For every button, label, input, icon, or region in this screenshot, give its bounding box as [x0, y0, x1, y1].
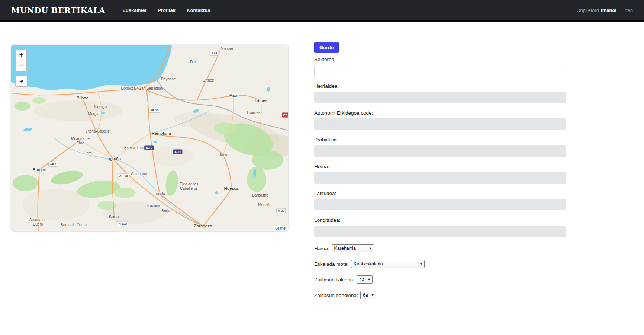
- probintzia-label: Probintzia:: [314, 137, 566, 143]
- zailtasun-handiena-selected-value: 6a: [363, 293, 368, 298]
- sektorea-label: Sektorea:: [314, 57, 566, 62]
- chevron-down-icon: ▼: [367, 278, 371, 281]
- road-shield: A-21: [173, 150, 182, 154]
- road-shield: AP-1: [48, 162, 58, 167]
- brand-logo[interactable]: MUNDU BERTIKALA: [11, 6, 105, 15]
- autonomi-erkidegoa-input: [314, 118, 566, 130]
- harria-selected-value: Kareharria: [334, 246, 356, 251]
- probintzia-input: [314, 145, 566, 157]
- latitudea-input: [314, 199, 566, 210]
- zoom-out-button[interactable]: −: [16, 60, 26, 71]
- sektorea-input[interactable]: [314, 65, 566, 76]
- logout-link[interactable]: Irten: [623, 7, 633, 13]
- road-shield: AP-15: [149, 108, 160, 113]
- zailtasun-handiena-label: Zailtasun handiena:: [314, 293, 358, 298]
- field-group-herria: Herria:: [314, 164, 566, 184]
- zoom-control: + −: [15, 49, 27, 72]
- navbar: MUNDU BERTIKALA Euskalmet Profilak Konta…: [0, 0, 644, 22]
- field-group-probintzia: Probintzia:: [314, 137, 566, 157]
- road-shield: AP-68: [118, 173, 129, 178]
- nav-link-kontaktua[interactable]: Kontaktua: [187, 7, 210, 13]
- herria-label: Herria:: [314, 164, 566, 169]
- field-group-herrialdea: Herrialdea:: [314, 83, 566, 103]
- nav-links: Euskalmet Profilak Kontaktua: [122, 7, 210, 13]
- herrialdea-label: Herrialdea:: [314, 83, 566, 89]
- sector-form: Gorde Sektorea: Herrialdea: Autonomi Erk…: [314, 42, 566, 307]
- chevron-down-icon: ▼: [371, 293, 374, 297]
- road-shield: E7: [282, 113, 288, 118]
- road-shield: A-12: [144, 146, 154, 150]
- nav-link-euskalmet[interactable]: Euskalmet: [122, 7, 146, 13]
- location-arrow-icon: ➤: [18, 77, 25, 85]
- zailtasun-txikiena-select[interactable]: 4a ▼: [357, 275, 373, 284]
- field-group-longitudea: Longitudea:: [314, 217, 566, 237]
- field-group-sektorea: Sektorea:: [314, 57, 566, 76]
- navbar-right: Ongi etorri Imanol Irten: [576, 7, 633, 13]
- herria-input: [314, 172, 566, 184]
- road-shield: A-23: [276, 208, 286, 213]
- harria-select[interactable]: Kareharria ▼: [332, 244, 374, 252]
- welcome-prefix: Ongi etorri: [576, 7, 599, 13]
- zailtasun-txikiena-selected-value: 4a: [359, 277, 364, 282]
- eskalada-mota-label: Eskalada mota:: [314, 261, 349, 267]
- field-group-latitudea: Latitudea:: [314, 191, 566, 210]
- harria-label: Harria:: [314, 246, 329, 251]
- locate-button[interactable]: ➤: [15, 75, 28, 87]
- herrialdea-input: [314, 92, 566, 103]
- eskalada-mota-selected-value: Kirol eskalada: [354, 261, 383, 267]
- zailtasun-txikiena-label: Zailtasun txikiena:: [314, 277, 354, 283]
- longitudea-label: Longitudea:: [314, 217, 566, 223]
- select-row-harria: Harria: Kareharria ▼: [314, 244, 566, 252]
- select-row-eskalada-mota: Eskalada mota: Kirol eskalada ▼: [314, 260, 566, 268]
- eskalada-mota-select[interactable]: Kirol eskalada ▼: [351, 260, 425, 268]
- map-road-shields: A-12A-21A 63AP-15AP-1AP-68N-122A-23E7: [11, 45, 288, 231]
- nav-link-profilak[interactable]: Profilak: [158, 7, 176, 13]
- longitudea-input: [314, 226, 566, 237]
- field-group-autonomi-erkidegoa: Autonomi Erkidegoa code:: [314, 110, 566, 130]
- map[interactable]: MarsanDaxBayonneOrthezPauTarbesLourdesDo…: [11, 45, 288, 231]
- latitudea-label: Latitudea:: [314, 191, 566, 196]
- save-button[interactable]: Gorde: [314, 42, 339, 53]
- chevron-down-icon: ▼: [369, 246, 372, 250]
- leaflet-attribution-link[interactable]: Leaflet: [273, 226, 288, 231]
- zoom-in-button[interactable]: +: [16, 50, 26, 60]
- select-row-zailtasun-txikiena: Zailtasun txikiena: 4a ▼: [314, 275, 566, 284]
- road-shield: N-122: [117, 221, 128, 226]
- select-row-zailtasun-handiena: Zailtasun handiena: 6a ▼: [314, 291, 566, 299]
- welcome-text: Ongi etorri Imanol: [576, 7, 616, 13]
- road-shield: A 63: [210, 51, 219, 56]
- zailtasun-handiena-select[interactable]: 6a ▼: [360, 291, 376, 299]
- autonomi-erkidegoa-label: Autonomi Erkidegoa code:: [314, 110, 566, 116]
- username: Imanol: [601, 7, 616, 13]
- chevron-down-icon: ▼: [419, 262, 423, 266]
